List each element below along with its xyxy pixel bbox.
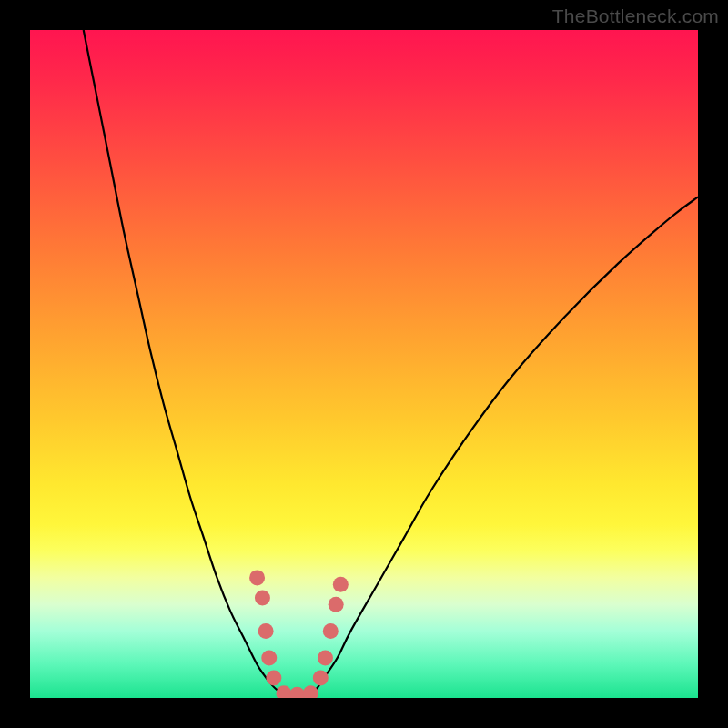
marker-dot <box>255 590 270 605</box>
marker-dot <box>323 623 339 639</box>
curve-svg <box>30 30 698 698</box>
plot-area <box>30 30 698 698</box>
chart-frame: TheBottleneck.com <box>0 0 728 728</box>
marker-dot <box>318 650 333 665</box>
marker-dot <box>303 685 318 698</box>
marker-dot <box>261 650 277 665</box>
marker-dot <box>258 623 274 639</box>
marker-dot <box>289 687 305 698</box>
right-curve <box>310 197 698 693</box>
marker-dot <box>333 577 349 592</box>
marker-dot <box>276 685 291 698</box>
marker-dot <box>266 670 281 685</box>
marker-dot <box>249 570 265 585</box>
marker-dot <box>313 670 329 685</box>
left-curve <box>84 30 284 693</box>
watermark-text: TheBottleneck.com <box>552 5 719 27</box>
marker-dot <box>329 597 344 612</box>
highlight-dots <box>249 570 349 698</box>
